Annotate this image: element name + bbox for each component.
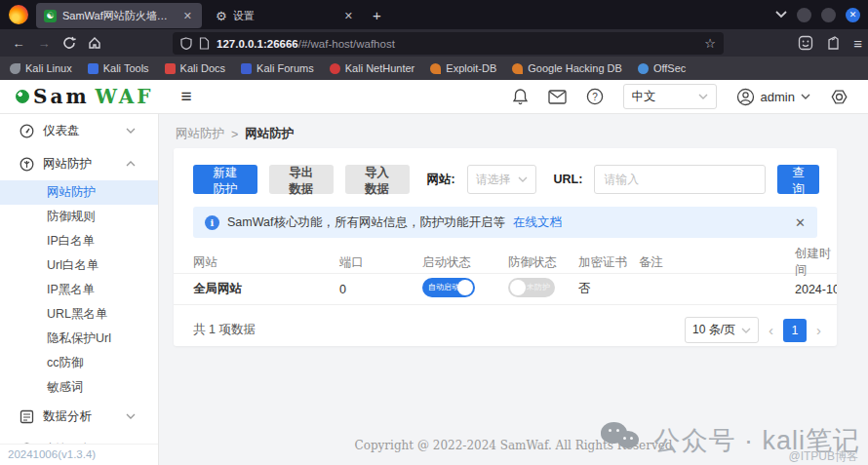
sidebar-item-url-blacklist[interactable]: URL黑名单 xyxy=(0,302,158,327)
bookmarks-bar: Kali Linux Kali Tools Kali Docs Kali For… xyxy=(0,57,868,80)
new-tab-button[interactable]: + xyxy=(373,7,381,23)
bookmark-kali-forums[interactable]: Kali Forums xyxy=(241,62,314,74)
table-header-row: 网站 端口 启动状态 防御状态 加密证书 备注 创建时间 xyxy=(174,246,837,274)
sidebar-group-site-protect[interactable]: 网站防护 xyxy=(0,147,158,180)
col-site: 网站 xyxy=(193,254,339,271)
url-text[interactable]: 127.0.0.1:26666/#/waf-host/wafhost xyxy=(217,38,697,50)
page-size-select[interactable]: 10 条/页 xyxy=(685,317,759,343)
chevron-down-icon xyxy=(126,128,136,134)
bookmark-kali-tools[interactable]: Kali Tools xyxy=(88,62,149,74)
col-start-state: 启动状态 xyxy=(422,254,508,271)
report-icon xyxy=(20,409,34,424)
user-menu[interactable]: admin xyxy=(736,88,810,106)
firefox-logo-icon[interactable] xyxy=(9,5,28,24)
tab-settings[interactable]: ⚙ 设置 ✕ xyxy=(208,3,363,28)
pagination: 10 条/页 ‹ 1 › xyxy=(685,317,821,343)
sidebar-item-privacy-url[interactable]: 隐私保护Url xyxy=(0,327,158,351)
defense-state-toggle[interactable]: 未防护 xyxy=(508,278,555,297)
cell-site: 全局网站 xyxy=(193,281,339,297)
language-select[interactable]: 中文 xyxy=(623,84,717,109)
page-info-icon[interactable] xyxy=(199,37,210,50)
bookmark-google-hacking-db[interactable]: Google Hacking DB xyxy=(512,62,622,74)
sidebar-item-cc-defense[interactable]: cc防御 xyxy=(0,351,158,375)
page-number-current[interactable]: 1 xyxy=(783,319,807,342)
site-filter-placeholder: 请选择 xyxy=(476,172,511,188)
back-icon[interactable]: ← xyxy=(6,36,31,51)
bookmark-star-icon[interactable]: ☆ xyxy=(704,36,716,51)
site-filter-label: 网站: xyxy=(427,172,455,188)
tab-list-chevron-icon[interactable] xyxy=(775,11,787,19)
next-page-button[interactable]: › xyxy=(816,322,821,338)
sidebar-item-ip-whitelist[interactable]: IP白名单 xyxy=(0,229,158,253)
dashboard-icon xyxy=(20,124,34,138)
window-maximize-button[interactable] xyxy=(821,8,836,22)
url-filter-input[interactable] xyxy=(594,165,766,194)
collapse-menu-icon[interactable]: ≡ xyxy=(180,86,191,107)
url-bar[interactable]: 127.0.0.1:26666/#/waf-host/wafhost ☆ xyxy=(173,32,724,55)
sidebar-item-ip-blacklist[interactable]: IP黑名单 xyxy=(0,278,158,302)
site-filter-select[interactable]: 请选择 xyxy=(467,165,536,194)
bookmark-offsec[interactable]: OffSec xyxy=(638,62,686,74)
extensions-icon[interactable] xyxy=(826,35,841,51)
sidebar-item-site-protect[interactable]: 网站防护 xyxy=(0,180,158,205)
bookmark-exploit-db[interactable]: Exploit-DB xyxy=(430,62,496,74)
bookmark-icon xyxy=(88,63,99,74)
chevron-down-icon xyxy=(698,94,708,99)
tab-close-icon[interactable]: ✕ xyxy=(181,10,194,22)
watermark-subtext: @ITPUB博客 xyxy=(788,448,858,465)
new-protect-button[interactable]: 新建防护 xyxy=(193,165,257,194)
tab-samwaf[interactable]: ☯ SamWaf网站防火墙系统 ✕ xyxy=(36,3,202,28)
sites-table: 网站 端口 启动状态 防御状态 加密证书 备注 创建时间 全局网站 0 自动启动… xyxy=(174,246,837,305)
window-close-button[interactable]: ✕ xyxy=(846,8,860,22)
wechat-icon xyxy=(601,422,644,453)
sidebar: 仪表盘 网站防护 网站防护 防御规则 IP白名单 Url白名单 IP黑名单 UR… xyxy=(0,114,159,465)
group-label: 仪表盘 xyxy=(43,123,80,139)
info-icon: i xyxy=(205,215,219,230)
app-settings-icon[interactable] xyxy=(830,88,848,106)
tab-close-icon[interactable]: ✕ xyxy=(342,10,355,22)
url-path: /#/waf-host/wafhost xyxy=(298,38,395,50)
help-icon[interactable]: ? xyxy=(586,88,604,105)
tab-title: SamWaf网站防火墙系统 xyxy=(62,9,176,23)
sidebar-item-defense-rules[interactable]: 防御规则 xyxy=(0,205,158,229)
logo-text-waf: WAF xyxy=(96,85,154,108)
prev-page-button[interactable]: ‹ xyxy=(769,322,773,338)
version-label: 20241006(v1.3.4) xyxy=(0,444,158,465)
sidebar-group-data-analysis[interactable]: 数据分析 xyxy=(0,400,158,433)
forward-icon[interactable]: → xyxy=(31,36,57,51)
group-label: 网站防护 xyxy=(43,156,92,173)
home-icon[interactable] xyxy=(82,36,107,50)
sidebar-item-sensitive-words[interactable]: 敏感词 xyxy=(0,375,158,400)
account-icon[interactable] xyxy=(798,35,813,51)
sidebar-item-url-whitelist[interactable]: Url白名单 xyxy=(0,253,158,278)
export-data-button[interactable]: 导出数据 xyxy=(269,165,334,194)
content-card: 新建防护 导出数据 导入数据 网站: 请选择 URL: 查询 i SamWaf核… xyxy=(174,148,837,346)
logo-text-sam: Sam xyxy=(33,85,90,108)
group-label: 数据分析 xyxy=(43,408,92,425)
sidebar-group-dashboard[interactable]: 仪表盘 xyxy=(0,114,158,147)
menu-hamburger-icon[interactable]: ≡ xyxy=(853,35,862,52)
app-header: Sam WAF ≡ ? 中文 admin xyxy=(0,80,868,114)
reload-icon[interactable] xyxy=(57,36,82,50)
breadcrumb-parent[interactable]: 网站防护 xyxy=(176,126,224,142)
notification-bell-icon[interactable] xyxy=(512,88,529,105)
col-defense-state: 防御状态 xyxy=(508,254,578,271)
online-docs-link[interactable]: 在线文档 xyxy=(513,214,562,231)
col-remark: 备注 xyxy=(639,254,795,271)
banner-close-icon[interactable]: ✕ xyxy=(795,215,806,230)
bookmark-kali-linux[interactable]: Kali Linux xyxy=(10,62,72,74)
breadcrumb: 网站防护 > 网站防护 xyxy=(159,114,868,142)
info-banner: i SamWaf核心功能，所有网站信息，防护功能开启等 在线文档 ✕ xyxy=(193,207,817,238)
window-minimize-button[interactable] xyxy=(797,8,811,22)
tracking-shield-icon[interactable] xyxy=(180,37,192,50)
mail-icon[interactable] xyxy=(548,90,567,104)
bookmark-kali-nethunter[interactable]: Kali NetHunter xyxy=(330,62,415,74)
total-count: 共 1 项数据 xyxy=(193,322,256,338)
breadcrumb-separator: > xyxy=(231,128,238,141)
import-data-button[interactable]: 导入数据 xyxy=(345,165,410,194)
language-value: 中文 xyxy=(632,89,656,105)
start-state-toggle[interactable]: 自动启动 xyxy=(422,278,475,297)
search-button[interactable]: 查询 xyxy=(777,165,819,194)
chevron-down-icon xyxy=(801,94,810,99)
bookmark-kali-docs[interactable]: Kali Docs xyxy=(165,62,225,74)
